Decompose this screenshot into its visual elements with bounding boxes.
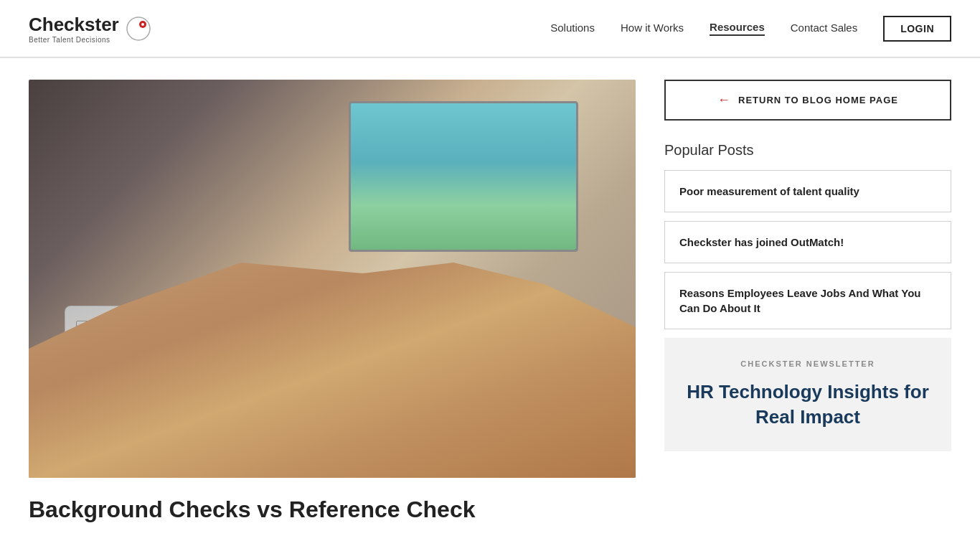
newsletter-title: HR Technology Insights for Real Impact bbox=[679, 380, 937, 430]
site-header: Checkster Better Talent Decisions Soluti… bbox=[0, 0, 980, 57]
logo[interactable]: Checkster Better Talent Decisions bbox=[29, 14, 152, 44]
popular-post-card-1[interactable]: Poor measurement of talent quality bbox=[664, 170, 951, 212]
nav-how-it-works[interactable]: How it Works bbox=[621, 22, 684, 35]
login-button[interactable]: LOGIN bbox=[883, 16, 951, 42]
article-area: Background Checks vs Reference Check bbox=[29, 80, 636, 525]
logo-tagline: Better Talent Decisions bbox=[29, 36, 119, 44]
hero-image-inner bbox=[29, 80, 636, 478]
popular-posts-heading: Popular Posts bbox=[664, 142, 951, 159]
logo-icon bbox=[125, 15, 152, 42]
popular-post-title-2: Checkster has joined OutMatch! bbox=[679, 236, 844, 248]
svg-point-2 bbox=[141, 23, 144, 26]
popular-post-title-1: Poor measurement of talent quality bbox=[679, 185, 859, 197]
newsletter-label: CHECKSTER NEWSLETTER bbox=[679, 359, 937, 368]
svg-point-0 bbox=[127, 17, 150, 40]
nav-contact-sales[interactable]: Contact Sales bbox=[791, 22, 857, 35]
return-btn-label: RETURN TO BLOG HOME PAGE bbox=[738, 95, 898, 105]
popular-post-title-3: Reasons Employees Leave Jobs And What Yo… bbox=[679, 287, 920, 314]
sidebar: ← RETURN TO BLOG HOME PAGE Popular Posts… bbox=[664, 80, 951, 525]
nav-solutions[interactable]: Solutions bbox=[550, 22, 595, 35]
laptop-game-art bbox=[351, 103, 576, 250]
main-content: Background Checks vs Reference Check ← R… bbox=[0, 58, 980, 547]
laptop-screen bbox=[349, 101, 578, 252]
hands-overlay bbox=[29, 263, 636, 478]
logo-name: Checkster bbox=[29, 14, 119, 36]
newsletter-card: CHECKSTER NEWSLETTER HR Technology Insig… bbox=[664, 338, 951, 451]
main-nav: Solutions How it Works Resources Contact… bbox=[550, 16, 951, 42]
hero-image bbox=[29, 80, 636, 478]
article-title: Background Checks vs Reference Check bbox=[29, 495, 636, 525]
popular-post-card-3[interactable]: Reasons Employees Leave Jobs And What Yo… bbox=[664, 272, 951, 329]
nav-resources[interactable]: Resources bbox=[710, 21, 765, 36]
popular-post-card-2[interactable]: Checkster has joined OutMatch! bbox=[664, 221, 951, 263]
return-to-blog-button[interactable]: ← RETURN TO BLOG HOME PAGE bbox=[664, 80, 951, 121]
return-arrow-icon: ← bbox=[717, 93, 731, 108]
